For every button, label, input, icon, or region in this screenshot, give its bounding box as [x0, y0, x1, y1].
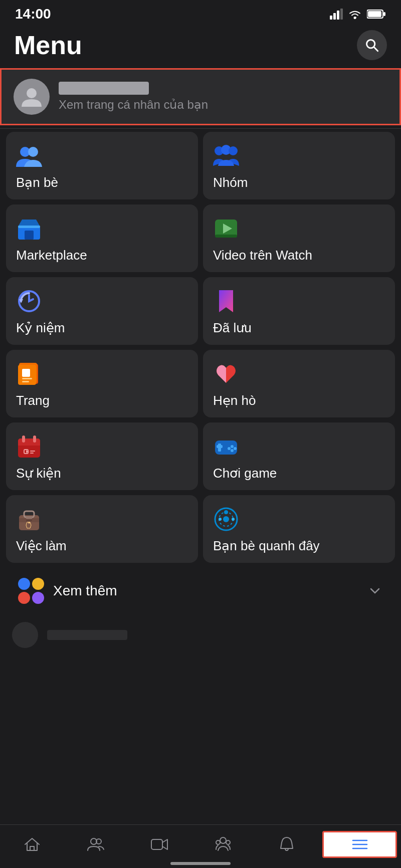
page-title: Menu	[14, 30, 82, 60]
grid-row-2: Marketplace Video trên Watch	[6, 204, 395, 272]
see-more-icon	[18, 578, 44, 604]
grid-row-5: Sự kiện Chơi game	[6, 422, 395, 490]
profile-subtitle: Xem trang cá nhân của bạn	[59, 98, 387, 112]
grid-item-su-kien[interactable]: Sự kiện	[6, 422, 198, 490]
groups-nav-icon	[214, 835, 232, 853]
profile-section[interactable]: Xem trang cá nhân của bạn	[0, 68, 401, 125]
bottom-partial	[0, 616, 401, 654]
svg-rect-18	[18, 226, 40, 228]
svg-rect-1	[333, 13, 336, 20]
battery-icon	[367, 9, 386, 19]
svg-rect-42	[218, 444, 221, 452]
svg-rect-33	[22, 436, 25, 443]
search-icon	[365, 38, 379, 52]
svg-point-10	[27, 88, 37, 98]
nav-item-home[interactable]	[0, 831, 64, 857]
signal-icon	[330, 9, 343, 20]
svg-point-59	[219, 518, 222, 521]
video-icon	[150, 835, 168, 853]
bell-icon	[278, 835, 296, 853]
svg-point-15	[229, 146, 238, 155]
svg-rect-6	[383, 12, 385, 16]
grid-item-label-ban-be: Bạn bè	[16, 175, 58, 190]
svg-point-4	[354, 17, 356, 19]
svg-rect-0	[330, 16, 332, 20]
svg-point-56	[223, 516, 229, 522]
grid-item-label-choi-game: Chơi game	[213, 466, 277, 481]
grid-row-6: Việc làm Bạn bè quanh đây	[6, 495, 395, 563]
chevron-down-icon	[367, 583, 383, 599]
grid-item-ky-niem[interactable]: Kỷ niệm	[6, 277, 198, 345]
grid-item-marketplace[interactable]: Marketplace	[6, 204, 198, 272]
svg-rect-34	[33, 436, 36, 443]
nav-item-notifications[interactable]	[255, 831, 318, 857]
nav-item-friends[interactable]	[64, 831, 127, 857]
svg-point-65	[220, 837, 226, 843]
friends-icon	[16, 143, 42, 169]
svg-point-58	[232, 518, 235, 521]
bottom-nav	[0, 824, 401, 868]
svg-rect-17	[25, 231, 34, 240]
home-icon	[23, 835, 41, 853]
events-icon	[16, 433, 42, 460]
grid-item-choi-game[interactable]: Chơi game	[203, 422, 395, 490]
status-time: 14:00	[15, 6, 51, 22]
grid-item-ban-be[interactable]: Bạn bè	[6, 132, 198, 199]
nav-item-video[interactable]	[127, 831, 191, 857]
svg-rect-27	[22, 369, 30, 377]
grid-item-label-viec-lam: Việc làm	[16, 538, 67, 554]
memories-icon	[16, 288, 42, 314]
home-indicator	[170, 862, 231, 865]
avatar-icon	[19, 84, 44, 109]
avatar	[14, 79, 50, 115]
grid-item-video-watch[interactable]: Video trên Watch	[203, 204, 395, 272]
nearby-icon	[213, 506, 239, 532]
svg-point-12	[28, 147, 38, 157]
svg-marker-64	[162, 839, 167, 849]
status-bar: 14:00	[0, 0, 401, 25]
grid-item-label-video-watch: Video trên Watch	[213, 248, 312, 263]
see-more-label: Xem thêm	[53, 583, 358, 599]
grid-row-3: Kỷ niệm Đã lưu	[6, 277, 395, 345]
header: Menu	[0, 25, 401, 68]
groups-icon	[213, 143, 239, 169]
svg-rect-38	[30, 453, 34, 454]
svg-point-57	[224, 510, 228, 514]
grid-item-label-hen-ho: Hẹn hò	[213, 393, 256, 408]
nav-item-menu[interactable]	[322, 831, 397, 858]
svg-rect-21	[215, 235, 237, 238]
menu-icon	[351, 835, 369, 853]
dating-icon	[213, 361, 239, 387]
see-more-section[interactable]: Xem thêm	[6, 568, 395, 614]
grid-item-viec-lam[interactable]: Việc làm	[6, 495, 198, 563]
search-button[interactable]	[357, 30, 387, 60]
svg-rect-51	[26, 517, 32, 519]
grid-item-nhom[interactable]: Nhóm	[203, 132, 395, 199]
grid-item-label-trang: Trang	[16, 393, 50, 408]
jobs-icon	[16, 506, 42, 532]
svg-point-67	[226, 840, 230, 844]
grid-item-hen-ho[interactable]: Hẹn hò	[203, 350, 395, 417]
friends-nav-icon	[87, 835, 105, 853]
svg-rect-28	[22, 378, 32, 379]
svg-point-43	[231, 445, 234, 448]
grid-row-1: Bạn bè Nhóm	[6, 132, 395, 199]
marketplace-icon	[16, 215, 42, 242]
grid-item-label-marketplace: Marketplace	[16, 248, 87, 263]
grid-item-label-su-kien: Sự kiện	[16, 466, 61, 481]
svg-rect-29	[22, 381, 29, 382]
nav-item-groups[interactable]	[191, 831, 255, 857]
profile-info: Xem trang cá nhân của bạn	[59, 82, 387, 112]
gaming-icon	[213, 433, 239, 460]
grid-row-4: Trang Hẹn hò	[6, 350, 395, 417]
svg-point-46	[228, 447, 231, 450]
grid-item-ban-be-quanh-day[interactable]: Bạn bè quanh đây	[203, 495, 395, 563]
partial-text	[47, 630, 127, 640]
svg-rect-37	[30, 451, 35, 452]
grid-item-da-luu[interactable]: Đã lưu	[203, 277, 395, 345]
svg-rect-3	[340, 9, 343, 20]
svg-rect-2	[337, 11, 339, 20]
status-icons	[330, 9, 386, 20]
grid-item-trang[interactable]: Trang	[6, 350, 198, 417]
partial-icon	[12, 622, 38, 648]
